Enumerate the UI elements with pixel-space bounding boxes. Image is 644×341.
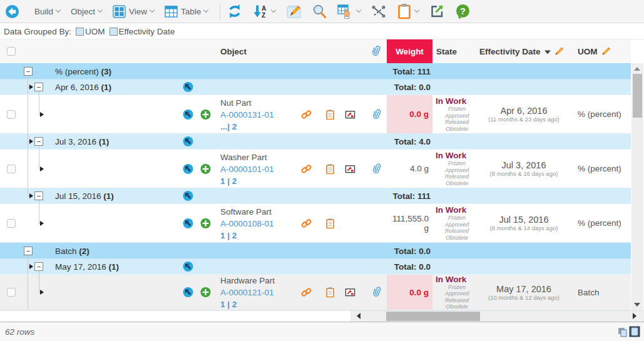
item-number-link[interactable]: A-0000101-01 <box>220 164 274 173</box>
tree-arrow-icon <box>29 84 33 89</box>
collapse-subgroup-icon[interactable] <box>34 191 43 200</box>
clipboard-icon[interactable] <box>325 287 335 298</box>
item-number-link[interactable]: A-0000108-01 <box>220 218 274 228</box>
tree-arrow-icon[interactable] <box>40 221 44 226</box>
horizontal-scrollbar-thumb[interactable] <box>386 312 480 321</box>
collapse-subgroup-icon[interactable] <box>34 262 43 271</box>
row-checkbox[interactable] <box>7 219 16 228</box>
svg-text:A: A <box>262 5 266 12</box>
preview-icon[interactable] <box>345 163 355 174</box>
group-chip-effectivity-date[interactable] <box>110 28 118 36</box>
add-icon[interactable] <box>200 109 211 120</box>
item-title: Software Part <box>220 206 272 216</box>
item-number-link[interactable]: A-0000131-01 <box>220 109 274 119</box>
link-icon[interactable] <box>301 218 312 228</box>
collapse-group-icon[interactable] <box>24 67 33 76</box>
preview-icon[interactable] <box>345 287 355 298</box>
paperclip-icon[interactable] <box>372 45 382 58</box>
cut-relationship-button[interactable] <box>371 4 386 19</box>
menu-table[interactable]: Table <box>165 5 208 18</box>
large-view-toggle-icon[interactable] <box>629 326 640 337</box>
collapse-subgroup-icon[interactable] <box>34 83 43 91</box>
paperclip-icon[interactable] <box>372 108 382 120</box>
menu-build-label: Build <box>34 7 53 16</box>
row-checkbox[interactable] <box>7 165 16 173</box>
tree-arrow-icon[interactable] <box>40 290 44 295</box>
tree-arrow-icon[interactable] <box>40 166 44 171</box>
link-icon[interactable] <box>301 109 312 120</box>
preview-icon[interactable] <box>345 109 355 120</box>
horizontal-scrollbar[interactable] <box>350 311 644 322</box>
clipboard-button[interactable] <box>397 3 419 19</box>
collapse-group-icon[interactable] <box>24 247 33 255</box>
column-header-object[interactable]: Object <box>220 47 247 56</box>
navigate-icon[interactable] <box>183 262 193 272</box>
group-chip-uom[interactable] <box>76 28 84 36</box>
navigate-icon[interactable] <box>183 82 193 93</box>
select-columns-button[interactable] <box>337 4 360 19</box>
menu-view[interactable]: View <box>113 5 154 18</box>
column-header-state[interactable]: State <box>436 47 457 56</box>
scroll-left-icon[interactable] <box>357 313 360 319</box>
edit-button[interactable] <box>286 4 302 19</box>
tree-line <box>39 91 39 94</box>
scroll-down-icon[interactable] <box>634 303 640 307</box>
item-title: Washer Part <box>220 152 267 161</box>
effectivity-date-label: Effectivity Date <box>479 47 541 56</box>
add-icon[interactable] <box>200 287 211 298</box>
vertical-scrollbar[interactable] <box>631 63 643 310</box>
row-checkbox[interactable] <box>7 288 16 297</box>
group-effectivity-date-label[interactable]: Effectivity Date <box>119 27 175 36</box>
group-uom-label[interactable]: UOM <box>85 27 105 36</box>
paperclip-icon[interactable] <box>372 163 382 175</box>
column-header-effectivity-date[interactable]: Effectivity Date <box>479 47 564 56</box>
select-all-checkbox[interactable] <box>7 47 16 56</box>
small-view-toggle-icon[interactable] <box>618 327 628 337</box>
column-header-uom[interactable]: UOM <box>578 47 611 56</box>
navigate-icon[interactable] <box>183 218 193 228</box>
uom-cell: % (percent) <box>570 204 631 242</box>
clipboard-icon[interactable] <box>325 163 335 174</box>
tree-arrow-icon[interactable] <box>40 112 44 117</box>
sort-desc-icon[interactable] <box>544 50 551 54</box>
navigate-icon[interactable] <box>183 136 193 147</box>
refresh-button[interactable] <box>227 4 243 19</box>
item-revisions-link[interactable]: ...| 2 <box>220 121 237 131</box>
row-checkbox[interactable] <box>7 110 16 119</box>
add-icon[interactable] <box>200 218 211 228</box>
chevron-down-icon <box>271 8 276 13</box>
help-button[interactable]: ? <box>455 4 471 19</box>
link-icon[interactable] <box>301 163 312 174</box>
item-number-link[interactable]: A-0000121-01 <box>220 288 274 297</box>
navigate-icon[interactable] <box>183 109 193 120</box>
subgroup-total: Total: 0.0 <box>366 262 431 272</box>
edit-column-pencil-icon[interactable] <box>601 47 611 56</box>
scroll-up-icon[interactable] <box>634 67 640 71</box>
item-revisions-link[interactable]: 1 | 2 <box>220 230 237 240</box>
paperclip-icon[interactable] <box>372 287 382 298</box>
subgroup-count: (1) <box>99 137 110 146</box>
collapse-subgroup-icon[interactable] <box>34 137 43 146</box>
navigate-icon[interactable] <box>183 287 193 298</box>
menu-build[interactable]: Build <box>34 7 60 16</box>
scroll-right-icon[interactable] <box>633 313 636 319</box>
menu-object[interactable]: Object <box>71 7 102 16</box>
navigate-icon[interactable] <box>183 191 193 201</box>
link-icon[interactable] <box>301 287 312 298</box>
item-revisions-link[interactable]: 1 | 2 <box>220 300 237 309</box>
vertical-scrollbar-thumb[interactable] <box>633 74 642 118</box>
column-header-weight[interactable]: Weight <box>387 39 432 63</box>
search-button[interactable] <box>312 4 327 19</box>
navigate-icon[interactable] <box>183 163 193 174</box>
group-count: (2) <box>79 246 89 255</box>
edit-column-pencil-icon[interactable] <box>555 47 564 56</box>
export-button[interactable] <box>429 4 444 19</box>
sort-button[interactable]: AZ <box>253 4 275 19</box>
item-revisions-link[interactable]: 1 | 2 <box>220 176 237 185</box>
grid-header-row: Object Weight State Effectivity Date UOM <box>0 39 631 63</box>
tree-line <box>39 146 39 149</box>
clipboard-icon[interactable] <box>325 218 335 228</box>
back-button[interactable] <box>5 4 19 19</box>
clipboard-icon[interactable] <box>325 109 335 120</box>
add-icon[interactable] <box>200 163 211 174</box>
